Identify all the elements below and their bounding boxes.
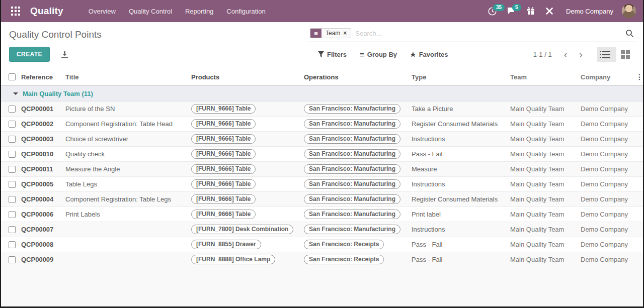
column-type[interactable]: Type — [412, 73, 510, 81]
product-tag[interactable]: [FURN_8888] Office Lamp — [191, 255, 275, 264]
page-title: Quality Control Points — [9, 26, 309, 40]
operation-tag[interactable]: San Francisco: Manufacturing — [304, 149, 400, 159]
operation-tag[interactable]: San Francisco: Manufacturing — [304, 179, 400, 189]
product-tag[interactable]: [FURN_9666] Table — [191, 164, 256, 174]
operation-tag[interactable]: San Francisco: Manufacturing — [304, 164, 400, 174]
product-tag[interactable]: [FURN_7800] Desk Combination — [191, 225, 293, 234]
row-checkbox[interactable] — [9, 256, 16, 263]
cell-reference: QCP00002 — [21, 120, 65, 128]
product-tag[interactable]: [FURN_8855] Drawer — [191, 240, 261, 249]
menu-overview[interactable]: Overview — [84, 5, 121, 18]
menu-configuration[interactable]: Configuration — [221, 5, 270, 18]
groupby-button[interactable]: ≡ Group By — [360, 50, 397, 59]
table-row[interactable]: QCP00006 Print Labels [FURN_9666] Table … — [1, 207, 643, 222]
row-checkbox[interactable] — [9, 181, 16, 188]
favorites-button[interactable]: ★ Favorites — [410, 51, 448, 58]
cell-team: Main Quality Team — [510, 195, 581, 203]
create-button[interactable]: CREATE — [9, 47, 50, 62]
column-operations[interactable]: Operations — [304, 73, 412, 81]
messages-menu-button[interactable]: 5 — [504, 5, 519, 17]
product-tag[interactable]: [FURN_9666] Table — [191, 194, 256, 204]
user-avatar[interactable] — [622, 4, 636, 18]
facet-remove-icon[interactable]: × — [343, 30, 347, 37]
table-row[interactable]: QCP00009 [FURN_8888] Office Lamp San Fra… — [1, 252, 643, 267]
search-input[interactable] — [355, 30, 625, 37]
operation-tag[interactable]: San Francisco: Manufacturing — [304, 134, 400, 144]
operation-tag[interactable]: San Francisco: Manufacturing — [304, 104, 400, 114]
cell-type: Instructions — [412, 226, 510, 233]
menu-quality-control[interactable]: Quality Control — [124, 5, 177, 18]
column-reference[interactable]: Reference — [21, 73, 65, 81]
table-row[interactable]: QCP00002 Component Registration: Table H… — [1, 117, 643, 132]
operation-tag[interactable]: San Francisco: Receipts — [304, 240, 384, 249]
kanban-view-button[interactable] — [616, 47, 635, 62]
operation-tag[interactable]: San Francisco: Manufacturing — [304, 225, 400, 234]
search-facet-team[interactable]: ≡ Team × — [310, 28, 351, 38]
optional-columns-icon[interactable]: ⋮ — [636, 73, 644, 81]
debug-tools-button[interactable] — [542, 5, 556, 17]
column-products[interactable]: Products — [191, 73, 304, 81]
content-background — [1, 267, 643, 308]
product-tag[interactable]: [FURN_9666] Table — [191, 119, 256, 129]
cell-company: Demo Company — [581, 135, 636, 143]
table-row[interactable]: QCP00007 [FURN_7800] Desk Combination Sa… — [1, 222, 643, 237]
search-icon[interactable] — [625, 29, 634, 38]
filters-button[interactable]: Filters — [318, 51, 347, 58]
select-all-checkbox[interactable] — [9, 73, 16, 80]
row-checkbox[interactable] — [9, 241, 16, 248]
operation-tag[interactable]: San Francisco: Manufacturing — [304, 210, 400, 219]
operation-tag[interactable]: San Francisco: Receipts — [304, 255, 384, 264]
cell-type: Pass - Fail — [412, 241, 510, 248]
product-tag[interactable]: [FURN_9666] Table — [191, 134, 256, 144]
cell-reference: QCP00004 — [21, 195, 65, 203]
cell-type: Instructions — [412, 135, 510, 143]
cell-type: Take a Picture — [412, 105, 510, 113]
group-header-main-quality-team[interactable]: Main Quality Team (11) — [1, 86, 643, 101]
company-switcher[interactable]: Demo Company — [566, 8, 613, 15]
cell-title: Measure the Angle — [65, 165, 191, 173]
operation-tag[interactable]: San Francisco: Manufacturing — [304, 119, 400, 129]
table-row[interactable]: QCP00005 Table Legs [FURN_9666] Table Sa… — [1, 177, 643, 192]
row-checkbox[interactable] — [9, 226, 16, 233]
table-row[interactable]: QCP00011 Measure the Angle [FURN_9666] T… — [1, 162, 643, 177]
row-checkbox[interactable] — [9, 211, 16, 218]
table-row[interactable]: QCP00003 Choice of screwdriver [FURN_966… — [1, 132, 643, 147]
list-view-button[interactable] — [597, 47, 616, 62]
operation-tag[interactable]: San Francisco: Manufacturing — [304, 194, 400, 204]
row-checkbox[interactable] — [9, 121, 16, 128]
table-row[interactable]: QCP00008 [FURN_8855] Drawer San Francisc… — [1, 237, 643, 252]
row-checkbox[interactable] — [9, 196, 16, 203]
cell-team: Main Quality Team — [510, 211, 581, 218]
cell-type: Pass - Fail — [412, 256, 510, 263]
search-bar[interactable]: ≡ Team × — [309, 26, 635, 42]
column-company[interactable]: Company — [581, 73, 636, 81]
product-tag[interactable]: [FURN_9666] Table — [191, 149, 256, 159]
export-icon[interactable] — [61, 51, 68, 58]
menu-reporting[interactable]: Reporting — [180, 5, 218, 18]
column-team[interactable]: Team — [510, 73, 581, 81]
pager-next-icon[interactable]: › — [574, 49, 588, 59]
column-title[interactable]: Title — [65, 73, 191, 81]
groupby-bars-icon: ≡ — [360, 50, 364, 59]
cell-team: Main Quality Team — [510, 226, 581, 233]
table-row[interactable]: QCP00004 Component Registration: Table L… — [1, 192, 643, 207]
row-checkbox[interactable] — [9, 151, 16, 158]
activity-menu-button[interactable]: 35 — [485, 5, 500, 18]
app-brand[interactable]: Quality — [30, 6, 63, 17]
row-checkbox[interactable] — [9, 136, 16, 143]
product-tag[interactable]: [FURN_9666] Table — [191, 210, 256, 219]
apps-grid-icon[interactable] — [8, 4, 23, 19]
cell-company: Demo Company — [581, 211, 636, 218]
table-row[interactable]: QCP00001 Picture of the SN [FURN_9666] T… — [1, 101, 643, 117]
table-row[interactable]: QCP00010 Quality check [FURN_9666] Table… — [1, 147, 643, 162]
row-checkbox[interactable] — [9, 166, 16, 173]
cell-company: Demo Company — [581, 165, 636, 173]
group-label: Main Quality Team (11) — [23, 90, 93, 97]
group-caret-icon — [13, 92, 18, 95]
cell-reference: QCP00001 — [21, 105, 65, 113]
pager-previous-icon[interactable]: ‹ — [559, 49, 573, 59]
row-checkbox[interactable] — [9, 106, 16, 113]
product-tag[interactable]: [FURN_9666] Table — [191, 104, 256, 114]
product-tag[interactable]: [FURN_9666] Table — [191, 179, 256, 189]
gift-menu-button[interactable] — [524, 5, 538, 17]
